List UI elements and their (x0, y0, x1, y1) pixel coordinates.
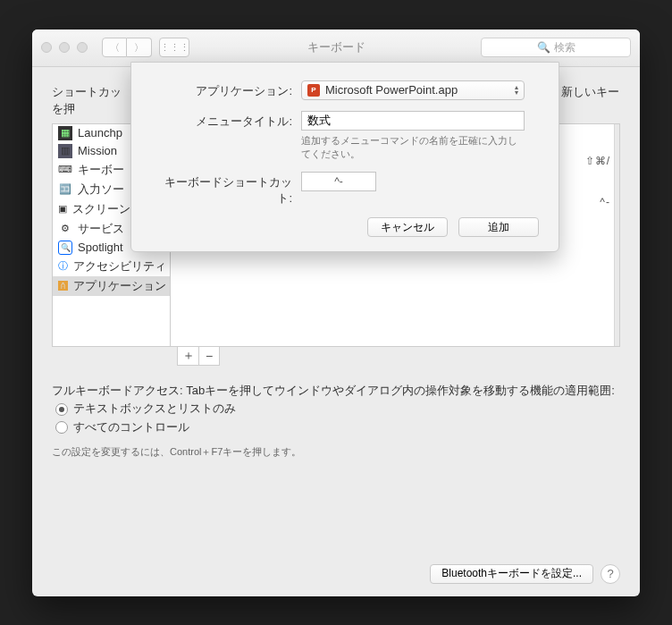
spotlight-icon: 🔍 (58, 241, 72, 255)
scrollbar[interactable] (614, 124, 619, 346)
preferences-window: 〈 〉 ⋮⋮⋮ キーボード 🔍 検索 ショートカッ してから、新しいキーを押 ▦… (32, 30, 640, 596)
screenshot-icon: ▣ (58, 202, 67, 216)
chevron-updown-icon: ▴▾ (515, 85, 518, 96)
menu-helper: 追加するメニューコマンドの名前を正確に入力してください。 (301, 134, 525, 162)
add-remove-buttons: ＋ − (177, 346, 620, 366)
search-placeholder: 検索 (554, 40, 575, 55)
keyboard-icon: ⌨ (58, 163, 72, 177)
back-button[interactable]: 〈 (102, 38, 127, 57)
fk-label: フルキーボードアクセス: Tabキーを押してウインドウやダイアログ内の操作対象を… (52, 382, 620, 401)
show-all-button[interactable]: ⋮⋮⋮ (159, 38, 189, 57)
forward-button[interactable]: 〉 (127, 38, 152, 57)
input-icon: 🈁 (58, 182, 72, 197)
shortcut-label: キーボードショートカット: (151, 172, 292, 207)
radio-text-only[interactable]: テキストボックスとリストのみ (55, 400, 620, 418)
full-keyboard-section: フルキーボードアクセス: Tabキーを押してウインドウやダイアログ内の操作対象を… (52, 382, 620, 460)
close-icon[interactable] (41, 42, 52, 53)
mission-icon: ▥ (58, 144, 72, 158)
remove-button[interactable]: − (198, 346, 220, 366)
search-icon: 🔍 (537, 41, 550, 54)
bluetooth-button[interactable]: Bluetoothキーボードを設定... (430, 564, 593, 584)
fk-hint: この設定を変更するには、Control＋F7キーを押します。 (52, 444, 620, 460)
zoom-icon[interactable] (77, 42, 88, 53)
menu-title-label: メニュータイトル: (151, 111, 292, 130)
dropdown-value: Microsoft PowerPoint.app (325, 83, 458, 97)
help-button[interactable]: ? (601, 564, 620, 584)
radio-all-controls[interactable]: すべてのコントロール (55, 418, 620, 437)
add-shortcut-sheet: アプリケーション: P Microsoft PowerPoint.app ▴▾ … (130, 62, 559, 253)
cancel-button[interactable]: キャンセル (367, 217, 448, 237)
menu-title-input[interactable] (301, 111, 525, 131)
application-icon: 🅰 (58, 279, 68, 293)
gear-icon: ⚙ (58, 222, 72, 236)
radio-icon (55, 421, 68, 434)
add-button[interactable]: ＋ (177, 346, 198, 366)
sidebar-item-application[interactable]: 🅰アプリケーション (53, 276, 170, 296)
radio-icon (55, 403, 68, 416)
accessibility-icon: ⓘ (58, 259, 68, 274)
sidebar-item-accessibility[interactable]: ⓘアクセシビリティ (53, 257, 170, 276)
launchpad-icon: ▦ (58, 126, 72, 140)
search-input[interactable]: 🔍 検索 (481, 38, 631, 57)
traffic-lights (41, 42, 88, 53)
minimize-icon[interactable] (59, 42, 70, 53)
application-label: アプリケーション: (151, 80, 292, 99)
add-button[interactable]: 追加 (458, 217, 539, 237)
bottom-bar: Bluetoothキーボードを設定... ? (32, 564, 640, 584)
powerpoint-icon: P (307, 84, 320, 97)
shortcut-input[interactable] (301, 172, 376, 191)
nav-buttons: 〈 〉 (102, 38, 152, 57)
application-dropdown[interactable]: P Microsoft PowerPoint.app ▴▾ (301, 80, 525, 100)
